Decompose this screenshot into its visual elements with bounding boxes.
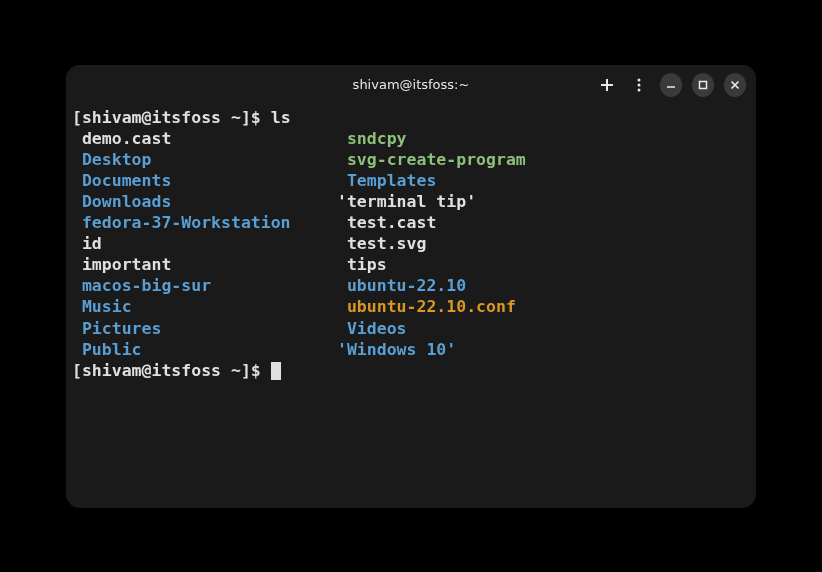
plus-icon [599,77,615,93]
ls-entry: Videos [337,318,750,339]
minimize-icon [664,78,678,92]
ls-column-2: sndcpy svg-create-program Templates'term… [337,128,750,360]
ls-entry: tips [337,254,750,275]
ls-entry: 'terminal tip' [337,191,750,212]
ls-entry: Templates [337,170,750,191]
terminal-window: shivam@itsfoss:~ [shivam@itsfoss ~]$ ls … [66,65,756,508]
ls-entry: 'Windows 10' [337,339,750,360]
ls-entry: test.svg [337,233,750,254]
titlebar: shivam@itsfoss:~ [66,65,756,105]
prompt-close: ]$ [241,361,271,380]
ls-output: demo.cast Desktop Documents Downloads fe… [72,128,750,360]
kebab-menu-icon [631,77,647,93]
prompt-user-host: shivam@itsfoss [82,108,221,127]
maximize-icon [696,78,710,92]
prompt-close: ]$ [241,108,271,127]
ls-entry: fedora-37-Workstation [72,212,337,233]
ls-entry: Pictures [72,318,337,339]
ls-entry: demo.cast [72,128,337,149]
minimize-button[interactable] [660,73,682,97]
ls-entry: Desktop [72,149,337,170]
maximize-button[interactable] [692,73,714,97]
cursor [271,362,281,380]
prompt-open: [ [72,108,82,127]
prompt-path: ~ [221,361,241,380]
window-title: shivam@itsfoss:~ [226,77,596,92]
ls-entry: id [72,233,337,254]
close-button[interactable] [724,73,746,97]
typed-command: ls [271,108,291,127]
ls-entry: Documents [72,170,337,191]
ls-column-1: demo.cast Desktop Documents Downloads fe… [72,128,337,360]
prompt-user-host: shivam@itsfoss [82,361,221,380]
prompt-path: ~ [221,108,241,127]
window-controls [596,73,746,97]
svg-point-0 [638,78,641,81]
ls-entry: Public [72,339,337,360]
ls-entry: macos-big-sur [72,275,337,296]
svg-point-1 [638,83,641,86]
ls-entry: sndcpy [337,128,750,149]
ls-entry: test.cast [337,212,750,233]
ls-entry: ubuntu-22.10.conf [337,296,750,317]
svg-point-2 [638,88,641,91]
prompt-line-2: [shivam@itsfoss ~]$ [72,360,750,381]
ls-entry: svg-create-program [337,149,750,170]
menu-button[interactable] [628,73,650,97]
svg-rect-3 [700,81,707,88]
ls-entry: important [72,254,337,275]
close-icon [728,78,742,92]
prompt-open: [ [72,361,82,380]
ls-entry: ubuntu-22.10 [337,275,750,296]
ls-entry: Music [72,296,337,317]
prompt-line-1: [shivam@itsfoss ~]$ ls [72,107,750,128]
terminal-body[interactable]: [shivam@itsfoss ~]$ ls demo.cast Desktop… [66,105,756,508]
ls-entry: Downloads [72,191,337,212]
new-tab-button[interactable] [596,73,618,97]
